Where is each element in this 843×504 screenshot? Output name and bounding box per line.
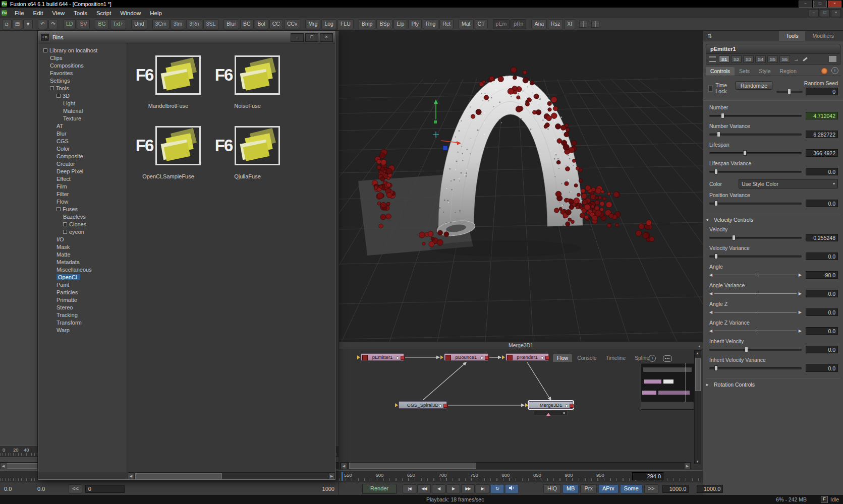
version-button-s6[interactable]: S6 <box>779 55 790 62</box>
param-value[interactable]: 0.0 <box>806 200 838 207</box>
tree-item-tools[interactable]: Tools <box>38 84 127 92</box>
screw-slider[interactable]: ◀▶ <box>709 310 802 314</box>
color-swatch-icon[interactable] <box>828 55 837 62</box>
panel-tab-modifiers[interactable]: Modifiers <box>805 31 841 41</box>
quality-button-aprx[interactable]: APrx <box>598 484 619 493</box>
tree-item-tracking[interactable]: Tracking <box>38 311 127 319</box>
section-velocity-controls[interactable]: ▾Velocity Controls <box>706 214 840 223</box>
render-button[interactable]: Render <box>362 484 397 494</box>
param-value[interactable]: 0.0 <box>806 346 838 353</box>
random-seed-slider[interactable] <box>776 91 803 93</box>
pipeline-icon[interactable] <box>709 56 716 62</box>
slider-handle[interactable] <box>717 132 720 137</box>
redo-icon[interactable]: ↷ <box>48 20 58 29</box>
expander-box-icon[interactable] <box>43 48 47 52</box>
param-value[interactable]: 0.0 <box>806 327 838 335</box>
fast-forward-button[interactable]: ▶▶ <box>461 484 475 493</box>
input-port-icon[interactable] <box>440 355 445 359</box>
loop-button[interactable]: ↻ <box>490 484 504 493</box>
doc-minimize-button[interactable]: – <box>809 9 819 17</box>
flow-tab-console[interactable]: Console <box>573 354 601 362</box>
toolbar-button-ct[interactable]: CT <box>475 19 488 29</box>
tree-item-transform[interactable]: Transform <box>38 319 127 326</box>
expander-box-icon[interactable] <box>57 207 61 211</box>
tree-item-eyeon[interactable]: eyeon <box>38 228 127 235</box>
slider-handle[interactable] <box>732 235 736 240</box>
param-value[interactable]: 0.0 <box>806 253 838 260</box>
tree-item-deep-pixel[interactable]: Deep Pixel <box>38 167 127 175</box>
output-port-icon[interactable] <box>570 404 574 408</box>
flow-tab-flow[interactable]: Flow <box>553 354 572 362</box>
tree-item-bazelevs[interactable]: Bazelevs <box>38 213 127 220</box>
merge3d1-mini-slider[interactable] <box>534 411 568 415</box>
menu-window[interactable]: Window <box>116 8 145 18</box>
left-ruler-segment[interactable] <box>0 471 35 482</box>
output-port-icon[interactable] <box>545 356 549 360</box>
toolbar-button-blur[interactable]: Blur <box>223 19 239 29</box>
toolbar-button-3cm[interactable]: 3Cm <box>152 19 170 29</box>
slider-track[interactable] <box>709 152 802 154</box>
expander-box-icon[interactable] <box>50 86 54 90</box>
toolbar-button-3rn[interactable]: 3Rn <box>186 19 202 29</box>
transform-gizmo-icon[interactable] <box>433 99 461 150</box>
toolbar-button-bg[interactable]: BG <box>95 19 108 29</box>
slider-track[interactable] <box>709 134 802 136</box>
node-header[interactable]: pEmitter1 <box>706 44 840 54</box>
toolbar-button-3im[interactable]: 3Im <box>171 19 186 29</box>
slider-track[interactable] <box>709 367 802 369</box>
render-start-value[interactable]: 0.0 <box>37 486 67 492</box>
undo-icon[interactable]: ↶ <box>38 20 47 29</box>
control-tab-style[interactable]: Style <box>754 67 775 76</box>
viewport-3d[interactable]: Merge3D1 ▴ <box>339 31 703 349</box>
version-button-s5[interactable]: S5 <box>767 55 778 62</box>
tree-item-color[interactable]: Color <box>38 145 127 152</box>
param-value[interactable]: 366.4922 <box>806 149 838 157</box>
flow-node-pemitter1[interactable]: pEmitter1 <box>361 353 404 361</box>
tree-item-miscellaneous[interactable]: Miscellaneous <box>38 266 127 273</box>
tree-item-mask[interactable]: Mask <box>38 243 127 250</box>
toolbar-button-rng[interactable]: Rng <box>423 19 438 29</box>
tree-item-flow[interactable]: Flow <box>38 198 127 205</box>
bins-maximize-button[interactable]: □ <box>305 33 318 42</box>
toolbar-button-3sl[interactable]: 3SL <box>203 19 219 29</box>
checkbox-icon[interactable] <box>708 85 713 92</box>
version-button-s4[interactable]: S4 <box>755 55 766 62</box>
bin-item-openclsamplefuse[interactable]: F6OpenCLSampleFuse <box>129 124 208 195</box>
toolbar-button-elp[interactable]: Elp <box>394 19 407 29</box>
menu-edit[interactable]: Edit <box>29 8 48 18</box>
maximize-button[interactable]: □ <box>813 1 827 8</box>
slider-handle[interactable] <box>714 254 718 259</box>
toolbar-button-log[interactable]: Log <box>321 19 336 29</box>
tree-item-stereo[interactable]: Stereo <box>38 303 127 311</box>
random-seed-value[interactable]: 0 <box>806 88 838 95</box>
toolbar-button-ccv[interactable]: CCv <box>284 19 300 29</box>
toolbar-button-rsz[interactable]: Rsz <box>548 19 563 29</box>
slider-track[interactable] <box>709 203 802 205</box>
section-rotation-controls[interactable]: ▸Rotation Controls <box>706 379 840 388</box>
tree-item-effect[interactable]: Effect <box>38 175 127 182</box>
version-button-s3[interactable]: S3 <box>743 55 754 62</box>
info-icon[interactable]: i <box>831 67 838 74</box>
bin-item-mandelbrotfuse[interactable]: F6MandelbrotFuse <box>129 53 208 124</box>
comp-end-value[interactable]: 1000 <box>322 486 334 492</box>
control-tab-sets[interactable]: Sets <box>735 67 754 76</box>
quality-button-[interactable]: >> <box>644 484 659 493</box>
tree-item-metadata[interactable]: Metadata <box>38 258 127 266</box>
toolbar-button-ply[interactable]: Ply <box>408 19 422 29</box>
tree-item-3d[interactable]: 3D <box>38 92 127 99</box>
current-frame-box[interactable]: 294.0 <box>632 472 663 480</box>
toolbar-button-bsp[interactable]: BSp <box>376 19 392 29</box>
tree-item-compositions[interactable]: Compositions <box>38 61 127 69</box>
input-port-icon[interactable] <box>525 403 530 407</box>
menu-tools[interactable]: Tools <box>69 8 92 18</box>
tree-item-i-o[interactable]: I/O <box>38 235 127 243</box>
flow-horizontal-scrollbar[interactable]: ◀ ▶ <box>340 462 691 469</box>
tree-item-at[interactable]: AT <box>38 122 127 130</box>
panel-tab-tools[interactable]: Tools <box>779 31 806 41</box>
arrow-right-icon[interactable]: ▶ <box>799 273 802 277</box>
gear-icon[interactable] <box>821 68 827 74</box>
scrollbar-thumb[interactable] <box>695 358 701 391</box>
bins-close-button[interactable]: × <box>320 33 333 42</box>
flow-vertical-scrollbar[interactable]: ▲ ▼ <box>694 350 701 464</box>
tree-item-favorites[interactable]: Favorites <box>38 69 127 77</box>
